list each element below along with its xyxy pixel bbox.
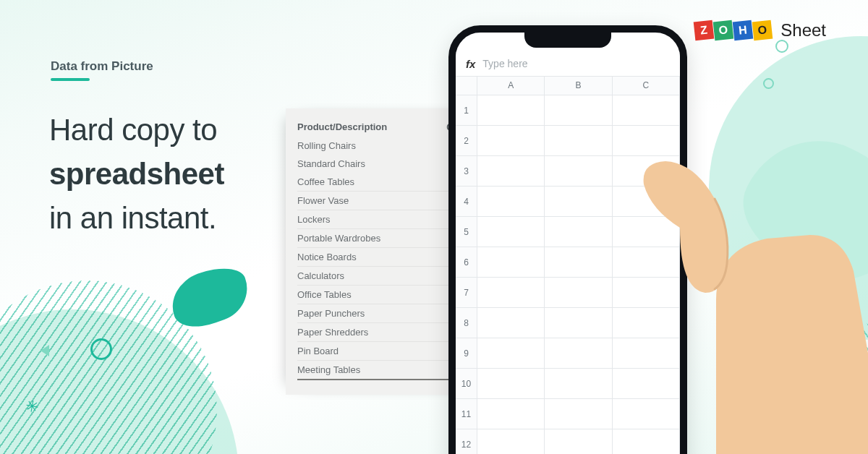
receipt-row: Meeting Tables9 bbox=[297, 361, 462, 380]
cell[interactable] bbox=[477, 369, 545, 399]
row-header[interactable]: 8 bbox=[456, 308, 477, 338]
receipt-row: Paper Punchers19 bbox=[297, 304, 462, 323]
receipt-product: Meeting Tables bbox=[297, 364, 360, 375]
grid-row[interactable]: 4 bbox=[456, 187, 680, 217]
formula-bar[interactable]: fx Type here bbox=[456, 51, 680, 77]
receipt-product: Paper Punchers bbox=[297, 308, 365, 319]
grid-row[interactable]: 2 bbox=[456, 126, 680, 156]
grid-row[interactable]: 11 bbox=[456, 399, 680, 429]
receipt-row: Flower Vase3 bbox=[297, 192, 462, 210]
receipt-product: Standard Chairs bbox=[297, 158, 365, 169]
cell[interactable] bbox=[613, 399, 680, 429]
cell[interactable] bbox=[477, 187, 545, 217]
cell[interactable] bbox=[477, 278, 545, 308]
zoho-wordmark: ZOHO bbox=[694, 21, 772, 40]
cell[interactable] bbox=[613, 308, 680, 338]
receipt-product: Office Tables bbox=[297, 289, 352, 300]
column-headers: A B C bbox=[456, 76, 680, 95]
bg-ring-top-1 bbox=[775, 40, 788, 53]
row-header[interactable]: 4 bbox=[456, 187, 477, 217]
row-header[interactable]: 2 bbox=[456, 126, 477, 156]
grid-row[interactable]: 12 bbox=[456, 429, 680, 454]
cell[interactable] bbox=[477, 338, 545, 369]
receipt-row: Lockers23 bbox=[297, 210, 462, 229]
cell[interactable] bbox=[613, 247, 680, 278]
col-header-b[interactable]: B bbox=[545, 76, 612, 95]
cell[interactable] bbox=[545, 369, 612, 399]
cell[interactable] bbox=[613, 338, 680, 369]
headline-line-1: Hard copy to bbox=[49, 108, 224, 153]
cell[interactable] bbox=[613, 187, 680, 217]
cell[interactable] bbox=[545, 95, 612, 126]
cell[interactable] bbox=[613, 126, 680, 156]
grid-row[interactable]: 3 bbox=[456, 156, 680, 187]
cell[interactable] bbox=[545, 217, 612, 247]
cell[interactable] bbox=[545, 429, 612, 454]
cell[interactable] bbox=[613, 217, 680, 247]
grid-row[interactable]: 1 bbox=[456, 95, 680, 126]
receipt-row: Standard Chairs9 bbox=[297, 155, 462, 173]
eyebrow-underline bbox=[51, 78, 90, 81]
cell[interactable] bbox=[477, 156, 545, 187]
row-header[interactable]: 1 bbox=[456, 95, 477, 126]
cell[interactable] bbox=[545, 308, 612, 338]
cell[interactable] bbox=[545, 338, 612, 369]
phone-notch bbox=[524, 32, 611, 48]
cell[interactable] bbox=[613, 95, 680, 126]
row-header[interactable]: 7 bbox=[456, 278, 477, 308]
cell[interactable] bbox=[545, 247, 612, 278]
cell[interactable] bbox=[545, 278, 612, 308]
receipt-product: Paper Shredders bbox=[297, 327, 368, 338]
receipt-product: Notice Boards bbox=[297, 252, 357, 262]
receipt-row: Paper Shredders17 bbox=[297, 323, 462, 342]
bg-stripes-right bbox=[723, 309, 868, 454]
receipt-row: Portable Wardrobes12 bbox=[297, 229, 462, 248]
cell[interactable] bbox=[477, 95, 545, 126]
cell[interactable] bbox=[477, 217, 545, 247]
cell[interactable] bbox=[545, 399, 612, 429]
headline: Hard copy to spreadsheet in an instant. bbox=[49, 108, 224, 241]
receipt-product: Pin Board bbox=[297, 346, 339, 356]
receipt-row: Rolling Chairs12 bbox=[297, 137, 462, 155]
eyebrow-label: Data from Picture bbox=[51, 59, 153, 74]
receipt-row: Notice Boards7 bbox=[297, 248, 462, 267]
cell[interactable] bbox=[477, 429, 545, 454]
fx-icon: fx bbox=[466, 58, 475, 70]
formula-input[interactable]: Type here bbox=[482, 58, 527, 69]
receipt-header-product: Product/Description bbox=[297, 121, 387, 132]
grid-row[interactable]: 8 bbox=[456, 308, 680, 338]
cell[interactable] bbox=[477, 308, 545, 338]
spreadsheet-grid[interactable]: A B C 123456789101112 bbox=[456, 76, 680, 454]
grid-row[interactable]: 9 bbox=[456, 338, 680, 369]
cell[interactable] bbox=[477, 399, 545, 429]
grid-row[interactable]: 5 bbox=[456, 217, 680, 247]
cell[interactable] bbox=[545, 126, 612, 156]
paper-receipt: Product/Description Qty Rolling Chairs12… bbox=[286, 108, 474, 395]
cell[interactable] bbox=[545, 187, 612, 217]
product-name: Sheet bbox=[780, 20, 826, 40]
cell[interactable] bbox=[545, 156, 612, 187]
cell[interactable] bbox=[613, 278, 680, 308]
row-header[interactable]: 12 bbox=[456, 429, 477, 454]
row-header[interactable]: 5 bbox=[456, 217, 477, 247]
bg-ring-small bbox=[90, 338, 112, 360]
cell[interactable] bbox=[477, 247, 545, 278]
cell[interactable] bbox=[613, 369, 680, 399]
col-header-c[interactable]: C bbox=[613, 76, 680, 95]
row-header[interactable]: 10 bbox=[456, 369, 477, 399]
row-header[interactable]: 3 bbox=[456, 156, 477, 187]
zoho-sheet-logo: ZOHO Sheet bbox=[694, 20, 826, 40]
grid-row[interactable]: 10 bbox=[456, 369, 680, 399]
receipt-row: Calculators21 bbox=[297, 267, 462, 286]
row-header[interactable]: 11 bbox=[456, 399, 477, 429]
cell[interactable] bbox=[477, 126, 545, 156]
cell[interactable] bbox=[613, 156, 680, 187]
grid-row[interactable]: 6 bbox=[456, 247, 680, 278]
receipt-product: Flower Vase bbox=[297, 195, 349, 206]
grid-row[interactable]: 7 bbox=[456, 278, 680, 308]
col-header-a[interactable]: A bbox=[477, 76, 545, 95]
cell[interactable] bbox=[613, 429, 680, 454]
row-header[interactable]: 6 bbox=[456, 247, 477, 278]
receipt-row: Pin Board19 bbox=[297, 342, 462, 361]
row-header[interactable]: 9 bbox=[456, 338, 477, 369]
